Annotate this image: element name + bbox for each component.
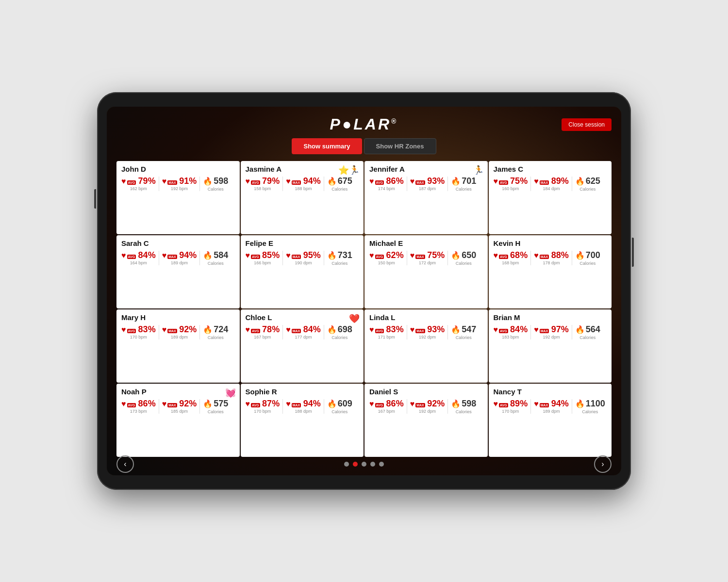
athlete-card: Nancy T ♥ AVG 89% 170 bpm ♥ MAX [489, 384, 612, 457]
avg-stat-top: ♥ AVG 79% [121, 177, 156, 186]
max-badge: MAX [415, 180, 425, 185]
athlete-name: Sophie R [246, 388, 359, 396]
athlete-stats: ♥ AVG 83% 171 bpm ♥ MAX 93% 192 dp [369, 324, 483, 340]
max-stat-top: ♥ MAX 75% [410, 251, 445, 260]
avg-stat-top: ♥ AVG 62% [369, 251, 404, 260]
divider2 [572, 325, 572, 340]
athlete-card: Daniel S ♥ AVG 86% 167 bpm ♥ MAX [364, 384, 488, 457]
max-stat: ♥ MAX 97% 192 dpm [534, 325, 569, 340]
calories-num: 584 [214, 250, 228, 260]
heart-icon: ♥ [494, 400, 498, 408]
max-percent: 88% [551, 250, 569, 260]
athlete-card: Kevin H ♥ AVG 68% 168 bpm ♥ MAX [489, 235, 612, 308]
athlete-name: Felipe E [246, 239, 359, 247]
max-percent: 84% [303, 324, 321, 334]
max-badge-value: MAX 94% [540, 399, 569, 408]
pagination-dot[interactable] [362, 462, 366, 467]
logo: P●LAR® [330, 115, 398, 133]
close-session-button[interactable]: Close session [562, 118, 612, 131]
athlete-name: Daniel S [369, 388, 483, 396]
divider2 [447, 325, 448, 340]
max-badge: MAX [540, 255, 549, 259]
calories-top: 🔥 700 [575, 250, 600, 260]
athlete-name: Jennifer A [369, 165, 483, 173]
avg-stat-top: ♥ AVG 79% [246, 177, 280, 186]
calories-label: Calories [331, 261, 347, 266]
avg-percent: 75% [510, 176, 528, 186]
avg-badge: AVG [251, 329, 260, 333]
divider [407, 399, 407, 414]
max-stat: ♥ MAX 93% 192 dpm [410, 325, 445, 340]
pagination-dot[interactable] [370, 462, 375, 467]
avg-stat-top: ♥ AVG 86% [369, 399, 404, 408]
max-stat: ♥ MAX 75% 172 dpm [410, 251, 445, 265]
avg-percent: 85% [262, 250, 280, 260]
max-stat-top: ♥ MAX 94% [286, 177, 321, 186]
pagination-dot[interactable] [344, 462, 349, 467]
heart-icon: ♥ [246, 251, 250, 260]
calories-label: Calories [579, 187, 596, 192]
avg-percent: 83% [386, 324, 404, 334]
divider [530, 325, 531, 340]
avg-percent: 83% [138, 324, 156, 334]
max-badge: MAX [292, 329, 301, 333]
tablet-device: P●LAR® Close session Show summary Show H… [97, 92, 631, 490]
avg-badge: AVG [127, 255, 136, 259]
avg-badge-value: AVG 79% [251, 177, 280, 186]
athlete-card: Sarah C ♥ AVG 84% 164 bpm ♥ MAX [116, 235, 240, 308]
calories-group: 🔥 598 Calories [203, 176, 228, 192]
athlete-stats: ♥ AVG 75% 160 bpm ♥ MAX 89% 184 dp [494, 176, 607, 192]
athlete-stats: ♥ AVG 79% 158 bpm ♥ MAX 94% 188 bp [246, 176, 359, 192]
max-badge: MAX [415, 403, 425, 407]
flame-icon: 🔥 [575, 251, 585, 260]
max-badge-value: MAX 93% [415, 325, 445, 334]
max-stat: ♥ MAX 93% 187 dpm [410, 177, 445, 191]
max-badge-value: MAX 92% [167, 325, 197, 334]
max-stat: ♥ MAX 84% 177 dpm [286, 325, 321, 340]
divider2 [324, 325, 324, 340]
flame-icon: 🔥 [575, 399, 585, 408]
max-stat-top: ♥ MAX 88% [534, 251, 569, 260]
pagination-dot[interactable] [353, 462, 358, 467]
max-bpm: 189 dpm [543, 409, 560, 414]
avg-stat: ♥ AVG 86% 174 bpm [369, 177, 404, 191]
max-badge: MAX [415, 329, 425, 333]
tab-show-hr-zones[interactable]: Show HR Zones [364, 138, 436, 154]
max-bpm: 189 dpm [171, 335, 188, 340]
heart-icon-max: ♥ [534, 251, 539, 260]
max-badge: MAX [292, 180, 301, 185]
heart-icon-max: ♥ [534, 325, 539, 334]
calories-num: 650 [462, 250, 476, 260]
avg-badge-value: AVG 78% [251, 325, 280, 334]
max-bpm: 192 dpm [543, 335, 560, 340]
heart-icon-max: ♥ [534, 177, 539, 186]
calories-top: 🔥 575 [203, 399, 228, 409]
max-badge-value: MAX 89% [540, 177, 569, 186]
avg-badge: AVG [127, 403, 136, 407]
divider [282, 251, 283, 265]
avg-bpm: 183 bpm [502, 335, 519, 340]
avg-badge: AVG [251, 255, 260, 259]
tab-bar: Show summary Show HR Zones [116, 138, 612, 154]
flame-icon: 🔥 [327, 325, 337, 334]
max-stat-top: ♥ MAX 94% [286, 399, 321, 408]
max-badge-value: MAX 92% [415, 399, 445, 408]
divider2 [447, 177, 448, 191]
calories-top: 🔥 724 [203, 324, 228, 335]
athlete-stats: ♥ AVG 84% 183 bpm ♥ MAX 97% 192 dp [494, 324, 607, 340]
heart-icon-max: ♥ [410, 177, 415, 186]
divider [407, 251, 407, 265]
next-page-button[interactable]: › [594, 455, 612, 473]
max-badge-value: MAX 93% [415, 177, 445, 186]
pagination-dot[interactable] [379, 462, 384, 467]
prev-page-button[interactable]: ‹ [116, 455, 134, 473]
flame-icon: 🔥 [451, 251, 461, 260]
max-stat: ♥ MAX 92% 189 dpm [162, 325, 197, 340]
avg-stat: ♥ AVG 68% 168 bpm [494, 251, 528, 265]
tab-show-summary[interactable]: Show summary [292, 138, 362, 154]
max-bpm: 189 dpm [171, 260, 188, 265]
max-bpm: 192 dpm [419, 335, 436, 340]
calories-group: 🔥 650 Calories [451, 250, 476, 266]
athlete-name: Noah P [121, 388, 235, 396]
athlete-stats: ♥ AVG 78% 167 bpm ♥ MAX 84% 177 dp [246, 324, 359, 340]
